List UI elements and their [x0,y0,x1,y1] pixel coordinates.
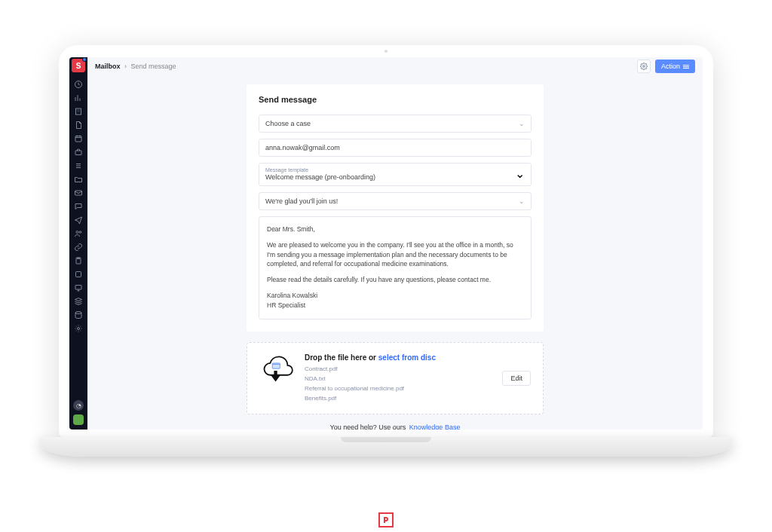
status-indicator [73,414,84,425]
footer-brand-icon [378,512,394,527]
body-p1: We are pleased to welcome you in the com… [267,240,523,269]
help-text: You need help? Use ours [330,423,406,430]
file-list: Contract.pdf NDA.txt Referral to occupat… [305,365,492,403]
upload-title-prefix: Drop the file here or [305,353,378,362]
settings-button[interactable] [637,60,651,73]
menu-icon [683,65,689,69]
nav-calendar-icon[interactable] [74,133,84,143]
case-select[interactable]: Choose a case ⌄ [259,115,532,133]
file-item: NDA.txt [305,375,492,384]
sig-title: HR Specialist [267,301,305,309]
subject-value: We're glad you'll join us! [265,197,338,205]
edit-button[interactable]: Edit [502,371,531,386]
nav-analytics-icon[interactable] [74,93,84,102]
svg-rect-3 [75,151,81,155]
svg-rect-1 [76,109,81,115]
svg-point-12 [643,66,645,68]
svg-rect-2 [75,136,81,142]
nav-link-icon[interactable] [74,242,84,252]
nav-briefcase-icon[interactable] [74,147,84,157]
file-item: Referral to occupational medicine.pdf [305,384,492,394]
svg-point-11 [78,327,80,329]
app-logo[interactable]: S [72,59,85,72]
file-item: Benefits.pdf [305,394,492,404]
nav-users-icon[interactable] [74,228,84,238]
sig-name: Karolina Kowalski [267,292,317,299]
help-line: You need help? Use ours Knowledge Base [330,423,461,430]
knowledge-base-link[interactable]: Knowledge Base [409,423,461,430]
topbar: Mailbox › Send message Action [87,57,703,75]
case-placeholder: Choose a case [265,120,311,127]
nav-settings-icon[interactable] [74,323,84,333]
body-p2: Please read the details carefully. If yo… [267,275,523,285]
upload-card[interactable]: Drop the file here or select from disc C… [247,342,544,414]
email-field[interactable]: anna.nowak@gmail.com [259,139,532,157]
chevron-down-icon: ⌄ [519,197,525,205]
card-title: Send message [259,95,532,104]
sidebar: S ◔ [69,57,87,430]
template-value: Welcome message (pre-onboarding) [265,173,375,181]
select-from-disc-link[interactable]: select from disc [378,353,436,362]
send-message-card: Send message Choose a case ⌄ anna.nowak@… [247,84,544,332]
message-body[interactable]: Dear Mrs. Smith, We are pleased to welco… [259,216,532,320]
file-item: Contract.pdf [305,365,492,375]
avatar[interactable]: ◔ [73,400,84,411]
nav-database-icon[interactable] [74,310,84,320]
template-select[interactable]: Message template Welcome message (pre-on… [259,163,532,186]
nav-monitor-icon[interactable] [74,283,84,292]
nav-box-icon[interactable] [74,269,84,279]
nav-folder-icon[interactable] [74,174,84,184]
chevron-down-icon: ⌄ [519,120,525,127]
body-greeting: Dear Mrs. Smith, [267,225,523,234]
breadcrumb-root[interactable]: Mailbox [95,63,121,70]
gear-icon [640,63,648,70]
nav-document-icon[interactable] [74,120,84,130]
main: Mailbox › Send message Action [87,57,703,430]
nav-mail-icon[interactable] [74,188,84,197]
svg-rect-4 [75,191,82,195]
breadcrumb: Mailbox › Send message [95,63,176,70]
email-value: anna.nowak@gmail.com [265,144,340,151]
chevron-down-icon: ⌄ [515,167,525,181]
action-button[interactable]: Action [655,60,695,73]
action-label: Action [661,63,680,70]
upload-title: Drop the file here or select from disc [305,353,492,362]
nav-chat-icon[interactable] [74,201,84,211]
svg-point-5 [76,231,78,233]
svg-point-10 [75,311,81,313]
nav-stack-icon[interactable] [74,296,84,306]
breadcrumb-sep: › [124,63,127,70]
svg-rect-9 [75,285,81,289]
svg-point-6 [79,231,81,233]
nav-send-icon[interactable] [74,215,84,225]
nav-clipboard-icon[interactable] [74,255,84,265]
nav-company-icon[interactable] [74,106,84,116]
upload-cloud-icon [259,353,294,388]
template-label: Message template [265,167,375,173]
subject-select[interactable]: We're glad you'll join us! ⌄ [259,192,532,210]
breadcrumb-current: Send message [131,63,176,70]
svg-rect-8 [76,271,81,277]
nav-list-icon[interactable] [74,161,84,170]
nav-dashboard-icon[interactable] [74,79,84,89]
